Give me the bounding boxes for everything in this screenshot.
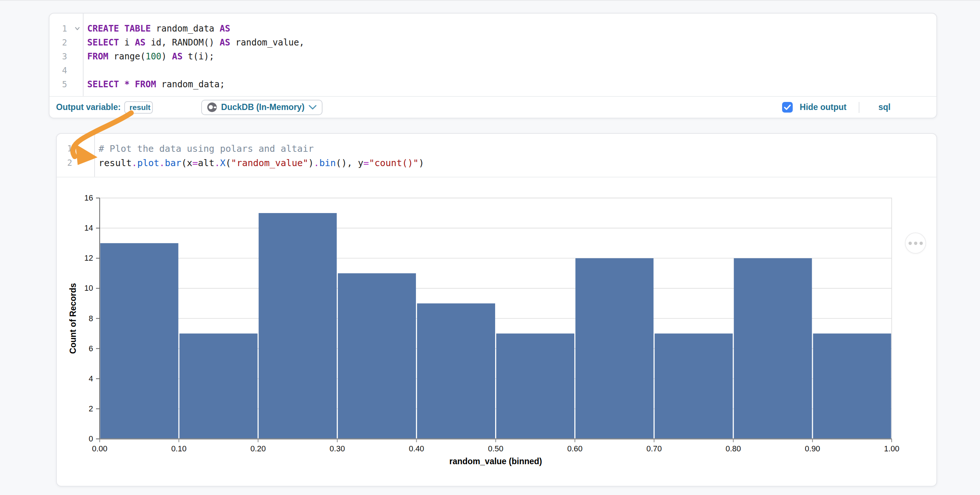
y-axis-title: Count of Records — [68, 283, 78, 354]
line-number: 1 — [49, 22, 67, 35]
svg-text:2: 2 — [89, 404, 93, 413]
svg-text:4: 4 — [89, 374, 93, 383]
svg-text:0.50: 0.50 — [488, 444, 504, 453]
line-number: 4 — [49, 64, 67, 77]
histogram-bar — [813, 334, 891, 439]
sql-code[interactable]: CREATE TABLE random_data ASSELECT i AS i… — [84, 14, 936, 96]
code-line[interactable]: # Plot the data using polars and altair — [99, 142, 936, 156]
svg-text:0: 0 — [89, 435, 93, 443]
code-line[interactable]: CREATE TABLE random_data AS — [87, 22, 936, 35]
cell-output-area: 02468101214160.000.100.200.300.400.500.6… — [57, 177, 936, 486]
line-number: 2 — [57, 156, 72, 170]
output-menu-button[interactable] — [905, 232, 926, 254]
fold-chevron-down-icon[interactable] — [75, 25, 80, 32]
svg-text:0.40: 0.40 — [409, 444, 424, 453]
output-variable-input[interactable] — [124, 101, 153, 114]
line-number: 3 — [49, 49, 67, 64]
svg-text:0.30: 0.30 — [329, 444, 345, 453]
hide-output-label[interactable]: Hide output — [800, 102, 846, 112]
output-variable-label: Output variable: — [56, 102, 121, 112]
sql-cell: 12345 CREATE TABLE random_data ASSELECT … — [49, 13, 937, 118]
histogram-bar — [575, 258, 654, 439]
line-number-gutter: 12345 — [49, 14, 84, 96]
code-line[interactable]: result.plot.bar(x=alt.X("random_value").… — [99, 156, 936, 170]
code-line[interactable]: SELECT * FROM random_data; — [87, 77, 936, 91]
python-code[interactable]: # Plot the data using polars and altairr… — [95, 134, 936, 177]
sql-code-editor[interactable]: 12345 CREATE TABLE random_data ASSELECT … — [49, 14, 936, 96]
line-number-gutter: 12 — [57, 134, 95, 177]
histogram-bar — [338, 273, 416, 439]
svg-text:12: 12 — [84, 254, 93, 263]
histogram-bar — [496, 334, 574, 439]
svg-text:0.10: 0.10 — [171, 444, 186, 453]
svg-text:1.00: 1.00 — [884, 444, 899, 453]
svg-text:8: 8 — [89, 314, 93, 323]
svg-text:10: 10 — [84, 284, 93, 293]
svg-text:0.80: 0.80 — [725, 444, 741, 453]
engine-select-button[interactable]: DuckDB (In-Memory) — [201, 100, 322, 115]
engine-label: DuckDB (In-Memory) — [221, 102, 304, 112]
line-number: 5 — [49, 77, 67, 91]
svg-text:0.60: 0.60 — [567, 444, 583, 453]
histogram-bar — [417, 303, 495, 439]
chevron-down-icon — [309, 105, 317, 110]
python-cell: 12 # Plot the data using polars and alta… — [56, 133, 937, 487]
histogram-bar — [734, 258, 812, 439]
language-badge-sql[interactable]: sql — [878, 102, 891, 112]
histogram-bar — [259, 213, 337, 439]
histogram-bar — [100, 243, 178, 439]
histogram-bar — [655, 334, 733, 439]
duckdb-logo-icon — [207, 102, 217, 112]
python-code-editor[interactable]: 12 # Plot the data using polars and alta… — [57, 134, 936, 177]
line-number: 1 — [57, 142, 72, 156]
svg-text:16: 16 — [84, 194, 93, 202]
line-number: 2 — [49, 35, 67, 49]
ellipsis-icon — [914, 242, 917, 245]
svg-text:0.70: 0.70 — [646, 444, 662, 453]
svg-text:0.20: 0.20 — [250, 444, 266, 453]
hide-output-checkbox[interactable] — [782, 102, 793, 113]
histogram-chart: 02468101214160.000.100.200.300.400.500.6… — [57, 177, 938, 487]
svg-text:6: 6 — [89, 344, 93, 353]
svg-text:14: 14 — [84, 224, 93, 232]
sql-cell-footer: Output variable: DuckDB (In-Memory) — [49, 96, 936, 118]
code-line[interactable]: FROM range(100) AS t(i); — [87, 49, 936, 64]
ellipsis-icon — [920, 242, 923, 245]
footer-divider — [859, 102, 859, 113]
ellipsis-icon — [908, 242, 912, 245]
code-line[interactable]: SELECT i AS id, RANDOM() AS random_value… — [87, 35, 936, 49]
x-axis-title: random_value (binned) — [449, 457, 542, 466]
check-icon — [784, 105, 791, 110]
histogram-bar — [180, 334, 258, 439]
svg-text:0.00: 0.00 — [92, 444, 107, 453]
svg-text:0.90: 0.90 — [805, 444, 820, 453]
code-line[interactable] — [87, 64, 936, 77]
